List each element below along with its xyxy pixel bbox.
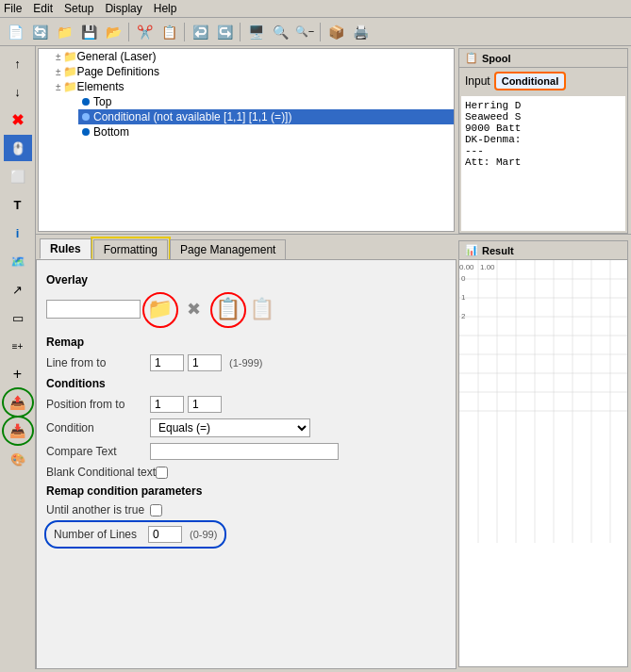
result-icon: 📊 [465,244,478,256]
tab-content: Overlay 📁 ✖ 📋 [36,259,457,669]
toolbar-new[interactable]: 📄 [4,21,26,43]
sep-2 [184,23,185,41]
tree-item-top[interactable]: Top [78,94,454,109]
sep-1 [128,23,129,41]
sidebar-add[interactable]: + [4,361,32,387]
spool-line-4: DK-Denma: [465,134,622,145]
folder-icon-elements: 📁 [63,80,77,93]
folder-open-icon: 📁 [147,297,173,321]
overlay-section: Overlay 📁 ✖ 📋 [46,273,446,324]
spool-input-row: Input Conditional [459,68,627,94]
remap-condition-title: Remap condition parameters [46,484,446,498]
sep-4 [320,23,321,41]
overlay-open-button[interactable]: 📁 [144,294,174,324]
remap-line-to[interactable] [188,354,222,371]
remap-section: Remap Line from to (1-999) [46,336,446,371]
result-grid: 0.00 1.00 0 1 2 [459,260,627,666]
spool-panel: 📋 Spool Input Conditional Herring D Seaw… [458,48,628,234]
tree-item-general[interactable]: ± 📁 General (Laser) [52,49,454,64]
conditions-title: Conditions [46,377,446,390]
remap-hint: (1-999) [229,357,262,369]
spool-icon: 📋 [465,52,478,64]
tab-page-management[interactable]: Page Management [170,239,286,259]
tree-item-elements[interactable]: ± 📁 Elements [52,79,454,94]
sidebar-up[interactable]: ↑ [4,50,32,76]
menu-edit[interactable]: Edit [33,2,53,15]
toolbar-open-folder[interactable]: 📁 [53,21,75,43]
compare-text-label: Compare Text [46,445,150,458]
tree-expand-page-defs[interactable]: ± [56,67,61,77]
compare-text-row: Compare Text [46,443,446,460]
toolbar-open[interactable]: 📂 [102,21,125,43]
condition-select[interactable]: Equals (=) Not Equals (!=) Contains [150,418,310,437]
sidebar-color[interactable]: 🎨 [4,446,32,472]
sidebar-down[interactable]: ↓ [4,78,32,105]
sidebar-export[interactable]: 📤 [4,389,32,416]
sidebar-text[interactable]: T [4,191,32,218]
toolbar-copy[interactable]: 📋 [158,21,180,43]
toolbar-undo[interactable]: ↩️ [189,21,211,43]
sidebar-delete[interactable]: ✖ [4,107,32,133]
sidebar-rect[interactable]: ▭ [4,304,32,331]
tree-expand-elements[interactable]: ± [56,82,61,92]
overlay-paste-disabled: 📋 [246,294,276,324]
until-checkbox[interactable] [150,504,162,516]
paste-icon: 📋 [215,297,241,321]
spool-header: 📋 Spool [459,49,627,68]
toolbar-cut[interactable]: ✂️ [133,21,156,43]
toolbar-print[interactable]: 🖨️ [349,21,372,43]
tree-label-page-defs: Page Definitions [77,65,159,78]
spool-title: Spool [482,53,511,64]
tree-expand-general[interactable]: ± [56,52,61,62]
toolbar-zoom-in[interactable]: 🔍 [269,21,291,43]
sidebar-import[interactable]: 📥 [4,418,32,444]
menu-file[interactable]: File [4,2,22,15]
sidebar-arrow[interactable]: ↗ [4,276,32,303]
top-section: ± 📁 General (Laser) ± 📁 Page Definitions… [36,46,631,235]
tree-label-bottom: Bottom [93,125,129,139]
toolbar-package[interactable]: 📦 [324,21,347,43]
tabs-bar: Rules Formatting Page Management [36,235,457,259]
toolbar-zoom-out[interactable]: 🔍− [293,21,316,43]
menu-help[interactable]: Help [154,2,177,15]
toolbar-redo[interactable]: ↪️ [213,21,236,43]
menu-display[interactable]: Display [105,2,141,15]
svg-text:1: 1 [461,293,466,302]
sidebar-list[interactable]: ≡+ [4,333,32,359]
main-layout: ↑ ↓ ✖ 🖱️ ⬜ T i 🗺️ ↗ ▭ ≡+ + 📤 📥 🎨 ± 📁 Gen… [0,46,631,669]
tab-rules[interactable]: Rules [40,238,91,259]
tree-item-page-defs[interactable]: ± 📁 Page Definitions [52,64,454,79]
number-of-lines-input[interactable] [148,526,182,543]
spool-text-area: Herring D Seaweed S 9000 Batt DK-Denma: … [461,96,625,231]
sidebar-info[interactable]: i [4,220,32,246]
overlay-paste-button[interactable]: 📋 [212,294,242,324]
tree-item-bottom[interactable]: Bottom [78,124,454,139]
toolbar-save[interactable]: 💾 [77,21,100,43]
sidebar-cursor[interactable]: 🖱️ [4,135,32,161]
toolbar-view[interactable]: 🖥️ [244,21,267,43]
overlay-delete-button[interactable]: ✖ [178,294,208,324]
result-title: Result [482,245,514,256]
position-from[interactable] [150,396,184,413]
tree-item-conditional[interactable]: Conditional (not available [1,1] [1,1 (=… [78,109,454,124]
menu-setup[interactable]: Setup [64,2,93,15]
tab-formatting[interactable]: Formatting [93,239,168,259]
sep-3 [240,23,241,41]
sidebar-map[interactable]: 🗺️ [4,248,32,274]
remap-title: Remap [46,336,446,349]
blank-conditional-checkbox[interactable] [156,467,168,479]
remap-line-row: Line from to (1-999) [46,354,446,371]
overlay-title: Overlay [46,273,446,287]
conditions-section: Conditions Position from to Condition Eq… [46,377,446,479]
blank-conditional-label: Blank Conditional text [46,466,156,479]
compare-text-input[interactable] [150,443,339,460]
remap-line-from[interactable] [150,354,184,371]
sidebar-select[interactable]: ⬜ [4,163,32,189]
position-row: Position from to [46,396,446,413]
overlay-path-input[interactable] [46,300,141,319]
position-to[interactable] [188,396,222,413]
toolbar-refresh[interactable]: 🔄 [28,21,51,43]
toolbar: 📄 🔄 📁 💾 📂 ✂️ 📋 ↩️ ↪️ 🖥️ 🔍 🔍− 📦 🖨️ [0,18,631,46]
spool-input-label: Input [465,74,490,88]
tree-label-general: General (Laser) [77,50,157,63]
